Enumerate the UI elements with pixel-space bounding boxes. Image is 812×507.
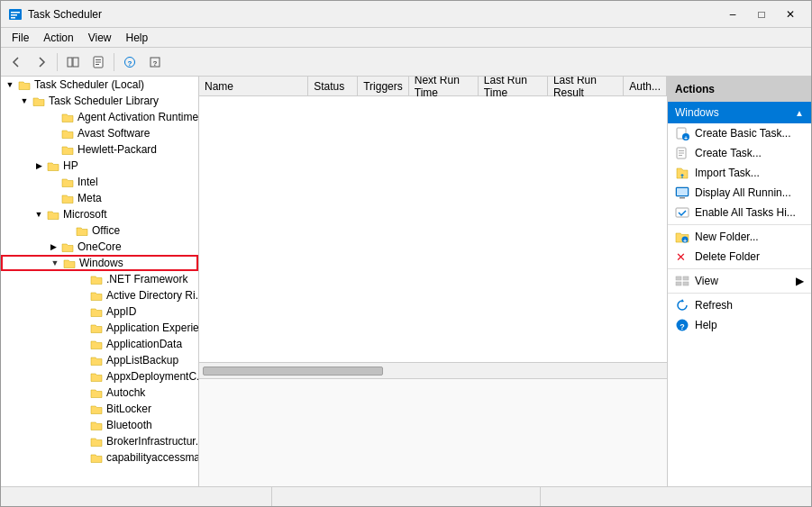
tree-item-root[interactable]: ▼ Task Scheduler (Local) bbox=[1, 77, 198, 93]
close-button[interactable]: ✕ bbox=[777, 5, 804, 24]
tree-label-hp: HP bbox=[63, 159, 78, 172]
tree-item-appxdeploy[interactable]: AppxDeploymentC... bbox=[1, 368, 198, 385]
action-new-folder[interactable]: + New Folder... bbox=[668, 227, 811, 247]
maximize-button[interactable]: □ bbox=[748, 5, 775, 24]
menu-view[interactable]: View bbox=[81, 30, 119, 46]
action-display-running-label: Display All Runnin... bbox=[695, 186, 791, 199]
action-enable-tasks[interactable]: Enable All Tasks Hi... bbox=[668, 203, 811, 222]
help-button-1[interactable]: ? bbox=[118, 50, 141, 74]
expand-icon-hp[interactable]: ▶ bbox=[32, 158, 46, 173]
folder-icon-onecore bbox=[60, 240, 75, 254]
menu-action[interactable]: Action bbox=[36, 30, 80, 46]
col-header-triggers[interactable]: Triggers bbox=[358, 77, 409, 95]
col-header-author[interactable]: Auth... bbox=[624, 77, 667, 95]
minimize-button[interactable]: – bbox=[719, 5, 746, 24]
tree-label-appexp: Application Experie... bbox=[106, 321, 199, 334]
svg-text:?: ? bbox=[680, 322, 685, 331]
help-button-2[interactable]: ? bbox=[143, 50, 167, 74]
col-header-name[interactable]: Name bbox=[199, 77, 308, 95]
tree-item-intel[interactable]: Intel bbox=[1, 174, 198, 190]
forward-button[interactable] bbox=[30, 50, 53, 74]
tree-panel[interactable]: ▼ Task Scheduler (Local) ▼ Task Schedule… bbox=[1, 77, 199, 486]
tree-label-bluetooth: Bluetooth bbox=[106, 419, 152, 431]
help-action-icon: ? bbox=[675, 318, 689, 332]
expand-icon-windows[interactable]: ▼ bbox=[48, 256, 62, 270]
toolbar-separator-1 bbox=[57, 53, 58, 71]
svg-text:+: + bbox=[684, 135, 688, 140]
expand-icon-bluetooth bbox=[75, 418, 89, 432]
properties-button[interactable] bbox=[87, 50, 110, 74]
tree-item-office[interactable]: Office bbox=[1, 222, 198, 239]
expand-icon-microsoft[interactable]: ▼ bbox=[32, 207, 46, 222]
h-scrollbar-thumb[interactable] bbox=[203, 367, 383, 376]
col-header-last[interactable]: Last Run Time bbox=[479, 77, 548, 95]
col-header-status[interactable]: Status bbox=[308, 77, 358, 95]
svg-text:✕: ✕ bbox=[676, 250, 686, 264]
tree-item-meta[interactable]: Meta bbox=[1, 190, 198, 206]
action-refresh-label: Refresh bbox=[695, 299, 733, 312]
folder-icon-appexp bbox=[89, 321, 104, 335]
h-scrollbar[interactable] bbox=[199, 362, 667, 378]
tree-item-hp-full[interactable]: Hewlett-Packard bbox=[1, 141, 198, 158]
tree-item-microsoft[interactable]: ▼ Microsoft bbox=[1, 206, 198, 222]
status-segment-3 bbox=[541, 487, 807, 506]
expand-icon-onecore[interactable]: ▶ bbox=[46, 240, 60, 254]
menu-file[interactable]: File bbox=[5, 30, 36, 46]
back-button[interactable] bbox=[5, 50, 28, 74]
tree-item-bluetooth[interactable]: Bluetooth bbox=[1, 417, 198, 433]
tree-item-library[interactable]: ▼ Task Scheduler Library bbox=[1, 93, 198, 109]
tree-item-bitlocker[interactable]: BitLocker bbox=[1, 401, 198, 417]
center-panel: Name Status Triggers Next Run Time Last … bbox=[199, 77, 667, 486]
tree-item-appid[interactable]: AppID bbox=[1, 303, 198, 320]
action-help[interactable]: ? Help bbox=[668, 315, 811, 335]
tree-item-dotnet[interactable]: .NET Framework bbox=[1, 271, 198, 287]
tree-label-windows: Windows bbox=[79, 257, 123, 269]
action-import-task[interactable]: Import Task... bbox=[668, 163, 811, 183]
import-task-icon bbox=[675, 166, 689, 180]
action-enable-tasks-label: Enable All Tasks Hi... bbox=[695, 206, 796, 219]
tree-item-broker[interactable]: BrokerInfrastructur... bbox=[1, 433, 198, 449]
action-create-task[interactable]: Create Task... bbox=[668, 143, 811, 163]
tree-label-dotnet: .NET Framework bbox=[106, 273, 187, 285]
expand-icon-root[interactable]: ▼ bbox=[3, 77, 17, 92]
tree-item-agent[interactable]: Agent Activation Runtime bbox=[1, 109, 198, 125]
expand-icon-hp-full bbox=[46, 142, 60, 157]
svg-rect-23 bbox=[680, 197, 685, 199]
tree-label-bitlocker: BitLocker bbox=[106, 403, 151, 415]
action-refresh[interactable]: Refresh bbox=[668, 295, 811, 315]
action-display-running[interactable]: Display All Runnin... bbox=[668, 183, 811, 203]
svg-rect-30 bbox=[676, 282, 681, 285]
tree-item-autochk[interactable]: Autochk bbox=[1, 385, 198, 401]
menu-help[interactable]: Help bbox=[119, 30, 156, 46]
folder-icon-applistbackup bbox=[89, 353, 104, 367]
action-view[interactable]: View ▶ bbox=[668, 271, 811, 291]
tree-item-windows[interactable]: ▼ Windows bbox=[1, 255, 198, 271]
tree-item-applistbackup[interactable]: AppListBackup bbox=[1, 352, 198, 368]
svg-rect-3 bbox=[11, 17, 15, 19]
svg-rect-22 bbox=[677, 188, 688, 195]
detail-panel bbox=[199, 378, 667, 486]
action-delete-folder[interactable]: ✕ Delete Folder bbox=[668, 247, 811, 267]
col-header-lastresult[interactable]: Last Run Result bbox=[548, 77, 624, 95]
expand-icon-library[interactable]: ▼ bbox=[17, 94, 32, 108]
col-header-next[interactable]: Next Run Time bbox=[409, 77, 479, 95]
chevron-up-icon: ▲ bbox=[795, 108, 804, 118]
folder-icon-bluetooth bbox=[89, 418, 104, 432]
table-body bbox=[199, 96, 667, 362]
tree-item-hp[interactable]: ▶ HP bbox=[1, 158, 198, 174]
tree-item-appdata[interactable]: ApplicationData bbox=[1, 336, 198, 352]
tree-item-onecore[interactable]: ▶ OneCore bbox=[1, 239, 198, 255]
svg-rect-2 bbox=[11, 14, 17, 16]
tree-item-appexp[interactable]: Application Experie... bbox=[1, 320, 198, 336]
svg-rect-18 bbox=[679, 150, 684, 151]
action-create-basic-task[interactable]: + Create Basic Task... bbox=[668, 123, 811, 143]
folder-icon-microsoft bbox=[46, 207, 60, 222]
tree-label-broker: BrokerInfrastructur... bbox=[106, 435, 199, 448]
tree-label-appxdeploy: AppxDeploymentC... bbox=[106, 370, 199, 383]
tree-item-ad[interactable]: Active Directory Ri... bbox=[1, 287, 198, 303]
expand-icon-autochk bbox=[75, 385, 89, 400]
tree-item-capability[interactable]: capabilityaccessma... bbox=[1, 449, 198, 466]
tree-item-avast[interactable]: Avast Software bbox=[1, 125, 198, 141]
svg-rect-28 bbox=[676, 276, 681, 280]
show-hide-tree-button[interactable] bbox=[61, 50, 85, 74]
